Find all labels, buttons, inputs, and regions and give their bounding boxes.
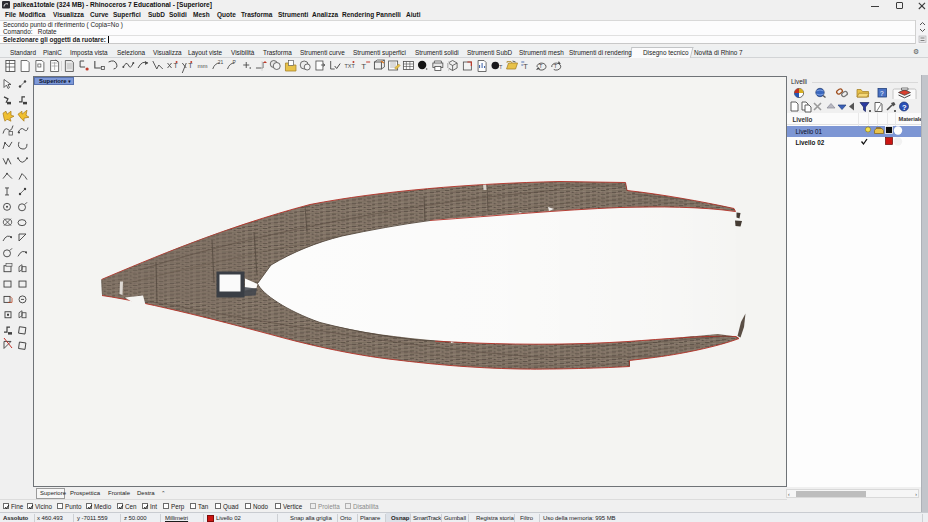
svg-text:T: T xyxy=(174,62,179,69)
svg-text:21: 21 xyxy=(218,59,224,65)
svg-text:T: T xyxy=(523,62,528,71)
svg-text:mm: mm xyxy=(198,63,208,69)
svg-text:P: P xyxy=(233,59,237,65)
svg-text:TXT: TXT xyxy=(344,63,355,69)
svg-text:T: T xyxy=(188,62,193,69)
svg-text:T: T xyxy=(361,62,366,71)
svg-text:?: ? xyxy=(902,103,907,112)
svg-text:T: T xyxy=(499,64,502,70)
svg-text:?: ? xyxy=(880,89,884,96)
